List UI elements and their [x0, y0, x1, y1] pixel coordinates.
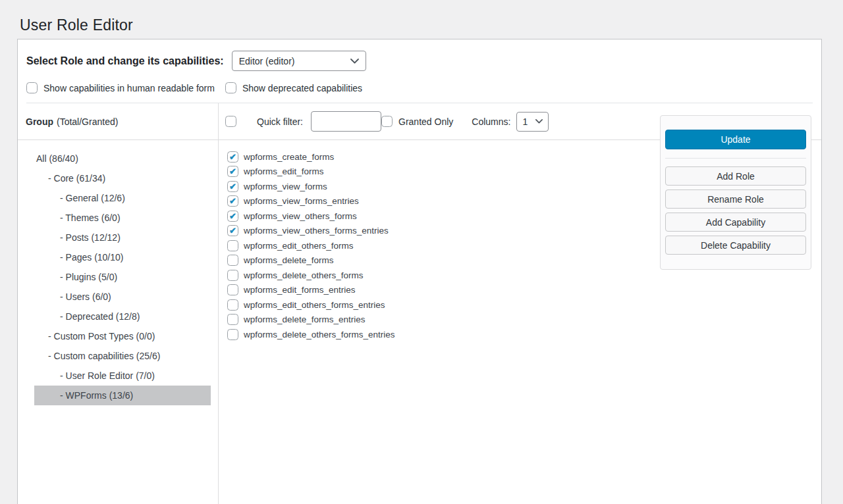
role-selector-row: Select Role and change its capabilities:… [26, 51, 812, 71]
capability-checkbox-wpforms-view-others-forms[interactable] [227, 211, 238, 222]
delete-capability-button[interactable]: Delete Capability [665, 236, 806, 255]
group-item-plugins[interactable]: - Plugins (5/0) [34, 267, 211, 287]
capability-label: wpforms_view_forms [244, 182, 327, 191]
capability-label: wpforms_edit_forms_entries [244, 285, 356, 295]
group-item-deprecated[interactable]: - Deprecated (12/8) [34, 307, 211, 326]
capability-label: wpforms_view_others_forms_entries [244, 226, 389, 236]
granted-only-checkbox[interactable] [381, 116, 393, 127]
update-button[interactable]: Update [665, 130, 806, 149]
groups-header-title: Group [26, 116, 53, 127]
group-item-all[interactable]: All (86/40) [34, 149, 211, 168]
group-item-general[interactable]: - General (12/6) [34, 188, 211, 208]
capability-checkbox-wpforms-edit-forms[interactable] [227, 166, 238, 177]
capability-checkbox-wpforms-create-forms[interactable] [227, 151, 238, 163]
capability-row: wpforms_delete_forms_entries [227, 313, 821, 328]
group-item-posts[interactable]: - Posts (12/12) [34, 228, 211, 247]
group-item-themes[interactable]: - Themes (6/0) [34, 208, 211, 228]
columns-label: Columns: [472, 116, 510, 127]
group-item-user-role-editor[interactable]: - User Role Editor (7/0) [34, 366, 211, 386]
chevron-down-icon [535, 119, 543, 124]
capability-label: wpforms_view_others_forms [244, 211, 357, 221]
deprecated-checkbox[interactable] [225, 82, 236, 93]
capability-row: wpforms_edit_forms_entries [227, 283, 821, 298]
group-item-pages[interactable]: - Pages (10/10) [34, 247, 211, 267]
rename-role-button[interactable]: Rename Role [665, 189, 806, 209]
groups-header: Group (Total/Granted) [18, 103, 218, 140]
capability-checkbox-wpforms-delete-forms-entries[interactable] [227, 314, 238, 325]
content-area: Group (Total/Granted) All (86/40)- Core … [18, 103, 821, 504]
capability-label: wpforms_delete_others_forms [244, 270, 364, 280]
quick-filter-input[interactable] [311, 111, 381, 132]
actions-panel: Update Add RoleRename RoleAdd Capability… [660, 115, 811, 270]
capability-checkbox-wpforms-edit-others-forms-entries[interactable] [227, 299, 238, 311]
groups-tree: All (86/40)- Core (61/34)- General (12/6… [18, 140, 218, 405]
add-capability-button[interactable]: Add Capability [665, 213, 806, 232]
deprecated-option: Show deprecated capabilities [225, 82, 362, 93]
group-item-wpforms[interactable]: - WPForms (13/6) [34, 386, 211, 405]
capability-row: wpforms_delete_others_forms [227, 268, 821, 283]
capability-label: wpforms_edit_forms [244, 166, 324, 176]
capability-label: wpforms_edit_others_forms_entries [244, 300, 385, 310]
role-select-value: Editor (editor) [239, 56, 295, 66]
capability-checkbox-wpforms-delete-others-forms[interactable] [227, 270, 238, 281]
capability-row: wpforms_edit_others_forms_entries [227, 297, 821, 313]
capability-label: wpforms_delete_others_forms_entries [244, 330, 395, 340]
group-item-users[interactable]: - Users (6/0) [34, 287, 211, 307]
columns-select[interactable]: 1 [516, 112, 549, 132]
top-section: Select Role and change its capabilities:… [18, 39, 821, 93]
role-select[interactable]: Editor (editor) [232, 51, 366, 71]
select-role-label: Select Role and change its capabilities: [26, 55, 224, 67]
secondary-buttons: Add RoleRename RoleAdd CapabilityDelete … [665, 166, 806, 255]
human-readable-checkbox[interactable] [26, 82, 38, 93]
capability-label: wpforms_delete_forms_entries [244, 315, 366, 324]
page-title: User Role Editor [20, 16, 133, 34]
group-item-custom-capabilities[interactable]: - Custom capabilities (25/6) [34, 346, 211, 366]
user-role-editor-page: User Role Editor Select Role and change … [0, 0, 843, 504]
capability-label: wpforms_view_forms_entries [244, 196, 359, 206]
capability-label: wpforms_create_forms [244, 152, 334, 162]
add-role-button[interactable]: Add Role [665, 166, 806, 186]
group-item-core[interactable]: - Core (61/34) [34, 168, 211, 188]
group-item-custom-post-types[interactable]: - Custom Post Types (0/0) [34, 326, 211, 346]
capability-label: wpforms_delete_forms [244, 255, 334, 265]
groups-header-suffix: (Total/Granted) [57, 116, 118, 127]
capability-row: wpforms_delete_others_forms_entries [227, 327, 821, 342]
groups-column: Group (Total/Granted) All (86/40)- Core … [18, 103, 219, 504]
actions-divider [665, 158, 806, 159]
capabilities-column: Quick filter: Granted Only Columns: 1 wp… [219, 103, 821, 504]
deprecated-label: Show deprecated capabilities [242, 83, 362, 93]
capability-checkbox-wpforms-edit-others-forms[interactable] [227, 240, 238, 251]
capability-checkbox-wpforms-view-forms[interactable] [227, 181, 238, 192]
capability-checkbox-wpforms-view-forms-entries[interactable] [227, 195, 238, 207]
granted-only-label: Granted Only [398, 116, 453, 127]
capability-checkbox-wpforms-view-others-forms-entries[interactable] [227, 225, 238, 236]
select-all-checkbox[interactable] [225, 116, 236, 127]
capability-checkbox-wpforms-delete-forms[interactable] [227, 255, 238, 266]
capability-checkbox-wpforms-edit-forms-entries[interactable] [227, 284, 238, 295]
main-panel: Select Role and change its capabilities:… [17, 39, 822, 504]
display-options-row: Show capabilities in human readable form… [26, 82, 812, 93]
capability-checkbox-wpforms-delete-others-forms-entries[interactable] [227, 329, 238, 340]
human-readable-label: Show capabilities in human readable form [43, 83, 215, 93]
chevron-down-icon [350, 59, 359, 64]
quick-filter-label: Quick filter: [257, 116, 303, 127]
human-readable-option: Show capabilities in human readable form [26, 82, 215, 93]
columns-select-value: 1 [522, 116, 528, 127]
capability-label: wpforms_edit_others_forms [244, 241, 354, 251]
